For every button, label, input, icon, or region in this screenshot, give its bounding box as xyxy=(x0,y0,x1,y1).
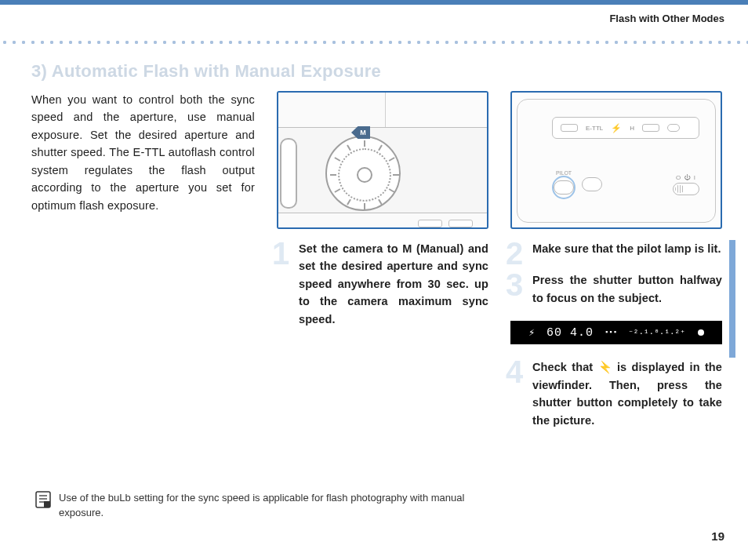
dotted-rule xyxy=(0,33,748,45)
intro-paragraph: When you want to control both the sync s… xyxy=(31,91,255,443)
viewfinder-display: ⚡ 60 4.0 ▪▪▪ ⁻²·¹·⁰·¹·²⁺ xyxy=(510,321,722,344)
step-2-text: Make sure that the pilot lamp is lit. xyxy=(532,242,721,255)
step-1-number: 1 xyxy=(272,229,289,278)
footnote: Use of the buLb setting for the sync spe… xyxy=(35,491,474,521)
flash-lcd: E-TTL ⚡ H xyxy=(552,117,699,139)
power-switch-icon xyxy=(673,183,699,195)
step-2: 2 Make sure that the pilot lamp is lit. xyxy=(510,240,722,257)
step-3: 3 Press the shutter button halfway to fo… xyxy=(510,271,722,307)
step-1-text: Set the camera to M (Manual) and set the… xyxy=(299,242,488,325)
page-number: 19 xyxy=(711,529,724,543)
step-4-text: Check that ⚡ is displayed in the viewfin… xyxy=(532,361,722,426)
side-tab-marker xyxy=(729,240,735,358)
viewfinder-readout: 60 4.0 xyxy=(546,326,594,340)
pilot-lamp-highlight xyxy=(552,176,576,199)
note-icon xyxy=(35,491,51,508)
flash-glyph-icon: ⚡ xyxy=(598,358,612,376)
viewfinder-scale: ⁻²·¹·⁰·¹·²⁺ xyxy=(628,328,685,338)
figure-camera-mode-dial: M xyxy=(277,91,488,229)
power-label: O ⏻ I xyxy=(676,174,696,181)
step-4-number: 4 xyxy=(506,347,523,396)
step-1: 1 Set the camera to M (Manual) and set t… xyxy=(277,240,488,328)
step-3-number: 3 xyxy=(506,260,523,309)
pilot-label: PILOT xyxy=(552,170,576,176)
flash-ready-icon: ⚡ xyxy=(528,326,536,339)
step-3-text: Press the shutter button halfway to focu… xyxy=(532,274,722,304)
running-header: Flash with Other Modes xyxy=(0,5,748,25)
flash-button xyxy=(582,177,602,191)
svg-rect-4 xyxy=(44,501,50,507)
figure-flash-back-panel: E-TTL ⚡ H PILOT xyxy=(510,91,722,229)
step-4: 4 Check that ⚡ is displayed in the viewf… xyxy=(510,358,722,429)
footnote-text: Use of the buLb setting for the sync spe… xyxy=(59,491,474,521)
header-title: Flash with Other Modes xyxy=(609,13,724,24)
focus-confirm-dot-icon xyxy=(698,329,704,336)
section-heading: 3) Automatic Flash with Manual Exposure xyxy=(31,61,724,82)
